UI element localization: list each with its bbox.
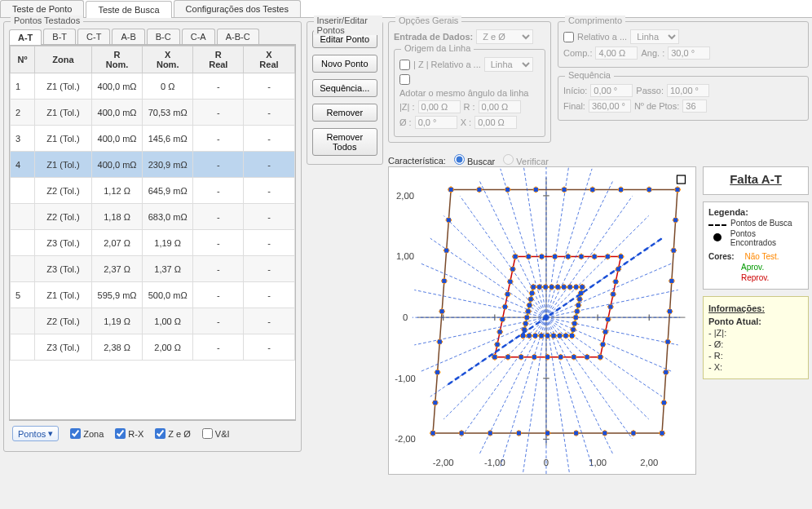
tab-teste-de-busca[interactable]: Teste de Busca xyxy=(86,1,171,18)
phase-tabs: A-T B-T C-T A-B B-C C-A A-B-C xyxy=(9,29,296,45)
z-relativo-select[interactable]: Linha xyxy=(484,57,533,72)
passo-input[interactable] xyxy=(667,84,709,97)
tab-b-c[interactable]: B-C xyxy=(147,29,180,44)
opcoes-gerais-title: Opções Gerais xyxy=(395,15,461,25)
cell-xnom: 1,19 Ω xyxy=(143,230,193,256)
comp-relativo-label: Relativo a ... xyxy=(577,32,627,42)
svg-rect-156 xyxy=(549,285,554,289)
table-row[interactable]: Z3 (Tol.)2,37 Ω1,37 Ω-- xyxy=(11,256,295,282)
radio-verificar-label: Verificar xyxy=(516,157,549,166)
cell-rnom: 2,38 Ω xyxy=(92,334,143,361)
entrada-dados-label: Entrada de Dados: xyxy=(394,32,473,42)
tab-a-b[interactable]: A-B xyxy=(112,29,144,44)
svg-rect-304 xyxy=(540,254,544,259)
table-row[interactable]: 3Z1 (Tol.)400,0 mΩ145,6 mΩ-- xyxy=(11,126,295,152)
sequencia-button[interactable]: Sequência... xyxy=(312,79,377,97)
tab-b-t[interactable]: B-T xyxy=(43,29,76,44)
svg-rect-494 xyxy=(677,175,685,184)
table-row[interactable]: Z2 (Tol.)1,12 Ω645,9 mΩ-- xyxy=(11,178,295,204)
cell-zona: Z2 (Tol.) xyxy=(35,204,92,230)
info-o: - Ø: xyxy=(708,339,803,349)
z-input[interactable] xyxy=(418,100,461,113)
chk-rx[interactable]: R-X xyxy=(115,428,143,439)
final-input[interactable] xyxy=(589,100,631,113)
ang-input[interactable] xyxy=(668,46,710,60)
impedance-chart[interactable]: -2,00-1,0001,002,00-2,00-1,0001,002,00 xyxy=(388,166,696,475)
svg-rect-492 xyxy=(431,431,435,435)
inserir-editar-title: Inserir/Editar Pontos xyxy=(314,15,382,35)
cell-no: 5 xyxy=(11,282,35,308)
radio-verificar-input[interactable] xyxy=(503,154,514,165)
inicio-input[interactable] xyxy=(590,84,633,97)
radio-verificar[interactable]: Verificar xyxy=(503,154,549,166)
pontos-dropdown[interactable]: Pontos ▾ xyxy=(12,426,59,441)
r-label: R : xyxy=(464,102,475,112)
remover-todos-button[interactable]: Remover Todos xyxy=(312,128,377,156)
svg-rect-92 xyxy=(564,334,568,338)
svg-rect-408 xyxy=(669,279,673,283)
chk-zona-input[interactable] xyxy=(70,428,81,439)
chk-vi-input[interactable] xyxy=(202,428,213,439)
svg-rect-308 xyxy=(527,254,531,259)
tab-teste-de-ponto[interactable]: Teste de Ponto xyxy=(0,0,84,17)
x-label: X : xyxy=(461,117,471,127)
svg-rect-360 xyxy=(488,431,492,435)
svg-rect-392 xyxy=(662,401,666,405)
svg-rect-268 xyxy=(614,280,618,284)
svg-rect-256 xyxy=(606,317,610,321)
comp-input[interactable] xyxy=(595,46,638,60)
o-input[interactable] xyxy=(415,116,457,129)
remover-button[interactable]: Remover xyxy=(312,104,377,122)
cell-xnom: 1,37 Ω xyxy=(143,256,193,282)
chk-rx-input[interactable] xyxy=(115,428,126,439)
cell-rnom: 1,12 Ω xyxy=(92,178,143,204)
tab-c-a[interactable]: C-A xyxy=(182,29,215,44)
x-input[interactable] xyxy=(474,116,517,129)
radio-buscar-input[interactable] xyxy=(454,154,465,165)
chk-zona[interactable]: Zona xyxy=(70,428,104,439)
table-row[interactable]: 1Z1 (Tol.)400,0 mΩ0 Ω-- xyxy=(11,73,295,100)
info-r: - R: xyxy=(708,351,803,361)
adotar-angulo-check[interactable] xyxy=(399,74,410,85)
svg-rect-416 xyxy=(673,218,677,222)
tab-a-b-c[interactable]: A-B-C xyxy=(217,29,259,44)
r-input[interactable] xyxy=(479,100,521,113)
svg-text:1,00: 1,00 xyxy=(396,251,414,261)
svg-rect-184 xyxy=(527,303,532,308)
cell-rnom: 400,0 mΩ xyxy=(92,73,143,100)
table-row[interactable]: Z3 (Tol.)2,38 Ω2,00 Ω-- xyxy=(11,334,295,361)
table-row[interactable]: 2Z1 (Tol.)400,0 mΩ70,53 mΩ-- xyxy=(11,100,295,126)
chk-zo-input[interactable] xyxy=(155,428,165,439)
col-xnom: X Nom. xyxy=(143,46,193,73)
info-x: - X: xyxy=(708,362,803,372)
radio-buscar[interactable]: Buscar xyxy=(454,154,495,166)
svg-rect-488 xyxy=(433,401,437,405)
table-row[interactable]: 5Z1 (Tol.)595,9 mΩ500,0 mΩ-- xyxy=(11,282,295,308)
svg-text:-1,00: -1,00 xyxy=(395,374,416,383)
points-table-scroll[interactable]: Nº Zona R Nom. X Nom. R Real X Real 1Z1 … xyxy=(9,45,296,420)
cell-rnom: 400,0 mΩ xyxy=(92,152,143,178)
tab-a-t[interactable]: A-T xyxy=(9,29,42,45)
table-row[interactable]: Z3 (Tol.)2,07 Ω1,19 Ω-- xyxy=(11,230,295,256)
comp-relativo-check[interactable] xyxy=(563,32,574,42)
chk-vi[interactable]: V&I xyxy=(202,428,230,439)
svg-rect-264 xyxy=(611,292,616,296)
tab-config-testes[interactable]: Configurações dos Testes xyxy=(174,0,301,17)
tab-c-t[interactable]: C-T xyxy=(77,29,110,44)
svg-rect-468 xyxy=(444,249,448,253)
novo-ponto-button[interactable]: Novo Ponto xyxy=(312,55,377,73)
cell-xreal: - xyxy=(244,230,294,256)
table-row[interactable]: Z2 (Tol.)1,19 Ω1,00 Ω-- xyxy=(11,308,295,334)
chk-zo[interactable]: Z e Ø xyxy=(155,428,191,439)
cell-xnom: 2,00 Ω xyxy=(143,334,193,361)
dot-icon xyxy=(713,233,722,241)
nptos-input[interactable] xyxy=(682,100,707,113)
entrada-dados-select[interactable]: Z e Ø xyxy=(476,29,533,44)
svg-rect-428 xyxy=(647,188,651,192)
table-row[interactable]: Z2 (Tol.)1,18 Ω683,0 mΩ-- xyxy=(11,204,295,230)
cell-xnom: 0 Ω xyxy=(143,73,193,100)
svg-rect-364 xyxy=(517,431,521,435)
table-row[interactable]: 4Z1 (Tol.)400,0 mΩ230,9 mΩ-- xyxy=(11,152,295,178)
comp-relativo-select[interactable]: Linha xyxy=(630,29,679,44)
z-relativo-check[interactable] xyxy=(399,60,410,70)
